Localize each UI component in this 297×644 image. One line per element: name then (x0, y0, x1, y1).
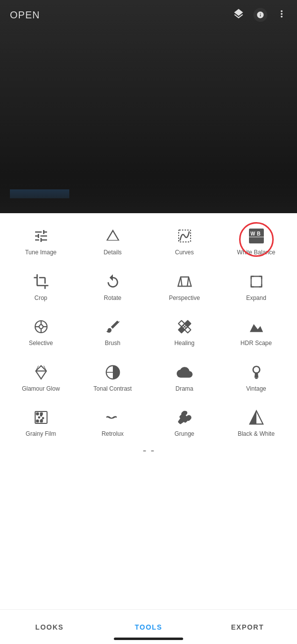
expand-icon (248, 273, 264, 291)
grunge-icon (177, 409, 193, 426)
expand-label: Expand (246, 294, 266, 302)
tool-retrolux[interactable]: Retrolux (77, 400, 148, 445)
svg-rect-24 (36, 420, 38, 422)
tool-healing[interactable]: Healing (148, 309, 220, 354)
svg-point-27 (40, 415, 42, 416)
tool-tune-image[interactable]: Tune Image (5, 218, 77, 264)
tool-vintage[interactable]: Vintage (220, 354, 292, 400)
image-preview-area (0, 0, 297, 213)
curves-label: Curves (175, 249, 194, 257)
svg-rect-7 (251, 276, 261, 287)
drama-label: Drama (175, 385, 193, 393)
healing-label: Healing (174, 340, 195, 348)
tonal-contrast-label: Tonal Contrast (94, 385, 132, 393)
svg-point-9 (39, 325, 43, 329)
tool-selective[interactable]: Selective (5, 309, 77, 354)
svg-point-28 (42, 417, 44, 419)
svg-marker-14 (249, 324, 263, 332)
svg-line-6 (187, 277, 189, 286)
nav-looks[interactable]: LOOKS (0, 618, 99, 636)
svg-text:B: B (257, 231, 260, 236)
tune-image-label: Tune Image (25, 249, 57, 257)
selective-icon (33, 318, 49, 336)
vintage-label: Vintage (246, 385, 266, 393)
svg-point-26 (38, 417, 40, 418)
open-button[interactable]: OPEN (10, 9, 40, 21)
perspective-label: Perspective (169, 294, 200, 302)
black-white-label: Black & White (238, 430, 275, 438)
pagination-dot-1 (143, 450, 146, 452)
details-label: Details (103, 249, 122, 257)
tool-brush[interactable]: Brush (77, 309, 148, 354)
tool-expand[interactable]: Expand (220, 264, 292, 309)
selective-label: Selective (29, 340, 53, 348)
svg-text:W: W (250, 231, 255, 236)
grainy-film-icon (33, 409, 49, 426)
tool-rotate[interactable]: Rotate (77, 264, 148, 309)
top-bar: OPEN (0, 0, 297, 30)
svg-line-5 (181, 277, 182, 286)
tools-panel: Tune Image Details Curves (0, 213, 297, 609)
retrolux-label: Retrolux (101, 430, 124, 438)
tool-drama[interactable]: Drama (148, 354, 220, 400)
header-icons (233, 8, 287, 22)
glamour-glow-icon (33, 363, 49, 381)
vintage-icon (248, 363, 264, 381)
pagination-dot-2 (151, 450, 154, 452)
grainy-film-label: Grainy Film (26, 430, 56, 438)
rotate-icon (105, 273, 121, 291)
brush-icon (105, 318, 121, 336)
tool-black-white[interactable]: Black & White (220, 400, 292, 445)
tool-crop[interactable]: Crop (5, 264, 77, 309)
details-icon (105, 227, 121, 245)
tool-curves[interactable]: Curves (148, 218, 220, 264)
home-indicator (114, 638, 183, 640)
tool-glamour-glow[interactable]: Glamour Glow (5, 354, 77, 400)
white-balance-label: White Balance (237, 249, 275, 257)
tool-hdr-scape[interactable]: HDR Scape (220, 309, 292, 354)
brush-label: Brush (105, 340, 120, 348)
hdr-scape-icon (248, 318, 264, 336)
tool-white-balance[interactable]: W B White Balance (220, 218, 292, 264)
more-options-icon[interactable] (276, 8, 287, 22)
crop-label: Crop (34, 294, 47, 302)
tool-grunge[interactable]: Grunge (148, 400, 220, 445)
healing-icon (177, 318, 193, 336)
tool-tonal-contrast[interactable]: Tonal Contrast (77, 354, 148, 400)
svg-rect-22 (36, 413, 38, 415)
curves-icon (177, 227, 193, 245)
rotate-label: Rotate (104, 294, 121, 302)
crop-icon (33, 273, 49, 291)
tune-image-icon (33, 227, 49, 245)
glamour-glow-label: Glamour Glow (22, 385, 60, 393)
layers-icon[interactable] (233, 8, 245, 22)
info-icon[interactable] (253, 8, 267, 22)
pagination-dots (0, 445, 297, 454)
image-fade-overlay (0, 174, 297, 213)
drama-icon (177, 363, 193, 381)
tools-grid: Tune Image Details Curves (0, 218, 297, 445)
tonal-contrast-icon (105, 363, 121, 381)
tool-grainy-film[interactable]: Grainy Film (5, 400, 77, 445)
grunge-label: Grunge (174, 430, 194, 438)
black-white-icon (248, 409, 264, 426)
nav-tools[interactable]: TOOLS (99, 618, 198, 636)
tool-details[interactable]: Details (77, 218, 148, 264)
retrolux-icon (105, 409, 121, 426)
tool-perspective[interactable]: Perspective (148, 264, 220, 309)
hdr-scape-label: HDR Scape (241, 340, 272, 348)
svg-rect-20 (255, 377, 257, 379)
white-balance-icon: W B (248, 227, 265, 245)
nav-export[interactable]: EXPORT (198, 618, 297, 636)
perspective-icon (177, 273, 193, 291)
svg-point-29 (41, 419, 43, 421)
